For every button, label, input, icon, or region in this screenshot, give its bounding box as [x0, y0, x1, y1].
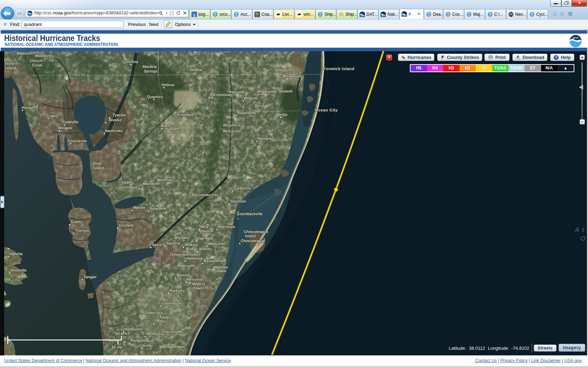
svg-text:Bridge: Bridge [186, 247, 197, 251]
svg-text:Manokin: Manokin [143, 182, 158, 186]
svg-text:Ewell: Ewell [71, 220, 80, 224]
svg-text:Ocean City: Ocean City [315, 108, 338, 112]
svg-text:Horntown: Horntown [218, 225, 235, 229]
svg-text:Island: Island [216, 269, 226, 273]
svg-text:Fenwick Island: Fenwick Island [323, 67, 355, 71]
svg-text:O: O [580, 235, 586, 242]
svg-text:New: New [201, 225, 209, 229]
svg-text:30 mi: 30 mi [111, 345, 122, 350]
svg-text:Fairmount: Fairmount [119, 185, 138, 189]
svg-text:NEO: NEO [509, 13, 513, 15]
svg-text:Bloxom: Bloxom [177, 273, 190, 277]
svg-text:Springs: Springs [144, 69, 158, 73]
svg-text:Hebron: Hebron [162, 83, 175, 87]
svg-text:Eden: Eden [170, 127, 180, 131]
svg-text:Berlin: Berlin [277, 113, 288, 117]
svg-text:Jenkins: Jenkins [184, 243, 198, 247]
svg-text:Crocheron: Crocheron [68, 139, 87, 143]
svg-text:Crisfield: Crisfield [119, 223, 133, 227]
svg-text:Rehobeth: Rehobeth [149, 206, 166, 211]
svg-text:Sanford: Sanford [166, 241, 180, 245]
svg-text:Nanticoke: Nanticoke [105, 129, 122, 133]
svg-text:Girdletree: Girdletree [234, 186, 251, 190]
svg-text:Delmar: Delmar [190, 68, 203, 72]
svg-text:Madison: Madison [17, 51, 32, 55]
svg-text:c: c [257, 14, 258, 17]
svg-text:Atlantic: Atlantic [199, 247, 212, 251]
svg-text:Williams: Williams [174, 236, 189, 240]
svg-text:Showell: Showell [279, 89, 293, 93]
svg-text:Oak Hall: Oak Hall [197, 236, 212, 240]
svg-text:Onancock: Onancock [145, 311, 163, 315]
svg-text:Island: Island [5, 66, 16, 70]
svg-text:Tangier: Tangier [84, 275, 97, 279]
svg-text:Deal: Deal [93, 161, 101, 165]
svg-text:Modest: Modest [192, 282, 205, 286]
svg-text:Selbyville: Selbyville [275, 68, 292, 72]
svg-text:Hallwood: Hallwood [186, 256, 203, 260]
svg-text:Crapo: Crapo [47, 114, 57, 118]
svg-text:Quantico: Quantico [147, 95, 163, 99]
svg-text:Saxis: Saxis [152, 243, 162, 247]
svg-text:Bishopville: Bishopville [283, 74, 303, 78]
svg-text:NOAA: NOAA [573, 37, 578, 39]
svg-text:?: ? [555, 56, 557, 60]
svg-text:Marion: Marion [133, 205, 145, 210]
svg-text:Locustville: Locustville [163, 329, 182, 334]
svg-text:Greenbush: Greenbush [162, 301, 181, 305]
svg-text:Pungoteague: Pungoteague [131, 338, 154, 342]
svg-text:50 km: 50 km [115, 331, 127, 336]
svg-text:At: At [574, 226, 587, 233]
svg-text:Mearsville: Mearsville [177, 264, 195, 268]
svg-text:Westover: Westover [157, 178, 173, 182]
svg-text:Newark: Newark [258, 136, 272, 141]
svg-text:Powellville: Powellville [237, 111, 256, 115]
svg-text:Chincoteague: Chincoteague [244, 230, 268, 234]
svg-text:Tylerton: Tylerton [75, 229, 89, 233]
svg-text:Whaleyville: Whaleyville [257, 89, 277, 94]
svg-text:Woolford: Woolford [35, 54, 51, 58]
svg-text:Allen: Allen [161, 124, 170, 128]
svg-text:Ophelia: Ophelia [9, 252, 23, 256]
svg-text:Harborton: Harborton [125, 327, 142, 331]
svg-text:Honga: Honga [22, 105, 33, 110]
svg-text:Willards: Willards [244, 96, 258, 100]
svg-text:Nelsonia: Nelsonia [187, 277, 202, 281]
svg-text:Wingate: Wingate [58, 126, 72, 130]
svg-text:Assawoman: Assawoman [204, 259, 225, 263]
svg-text:Stockton: Stockton [230, 199, 246, 203]
svg-text:Creek: Creek [32, 63, 42, 67]
svg-text:Wicomico: Wicomico [223, 123, 240, 127]
svg-text:Keller: Keller [143, 343, 153, 348]
svg-text:Melfa: Melfa [146, 332, 156, 336]
svg-text:Fruitland: Fruitland [177, 113, 194, 117]
svg-text:Taylors: Taylors [5, 61, 18, 66]
svg-text:Island: Island [93, 166, 104, 170]
svg-text:Church: Church [200, 229, 212, 233]
svg-text:Pittsville: Pittsville [229, 90, 244, 94]
svg-text:Wachapreague: Wachapreague [159, 345, 185, 349]
svg-text:Chincoteague: Chincoteague [241, 239, 265, 243]
svg-text:Worcester: Worcester [223, 129, 241, 133]
svg-text:Toddville: Toddville [63, 120, 78, 124]
svg-text:Parksley: Parksley [170, 288, 185, 293]
svg-text:Bivalve: Bivalve [109, 118, 122, 122]
svg-text:Wattsville: Wattsville [208, 241, 225, 246]
svg-text:Church: Church [30, 59, 43, 63]
svg-text:Town: Town [193, 286, 203, 290]
svg-text:Island: Island [245, 234, 255, 238]
svg-text:Tyaskin: Tyaskin [113, 113, 126, 117]
svg-text:Mardela: Mardela [143, 64, 157, 69]
svg-text:Upper: Upper [122, 180, 133, 184]
svg-text:Vienna: Vienna [126, 60, 138, 64]
svg-text:Onley: Onley [155, 319, 165, 323]
svg-text:g: g [193, 12, 195, 17]
svg-text:Pocomoke City: Pocomoke City [192, 193, 218, 197]
svg-text:Reedville: Reedville [10, 268, 27, 272]
